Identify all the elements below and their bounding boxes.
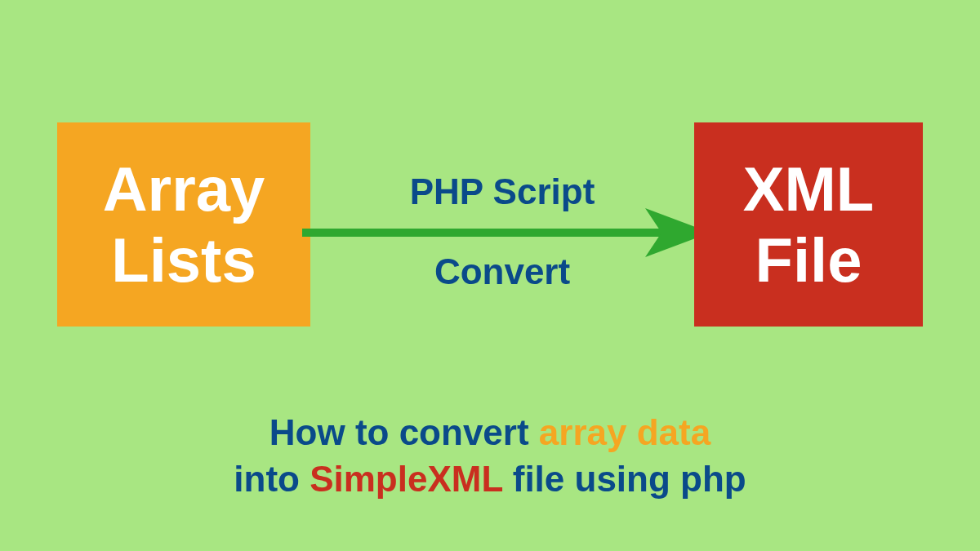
caption-part3: into	[234, 459, 310, 499]
diagram-container: Array Lists PHP Script Convert XML File …	[0, 0, 980, 551]
caption-part1: How to convert	[270, 412, 539, 452]
caption-part4: SimpleXML	[310, 459, 502, 499]
arrow-section: PHP Script Convert	[310, 122, 694, 327]
caption: How to convert array data into SimpleXML…	[0, 409, 980, 502]
target-box: XML File	[694, 122, 923, 327]
caption-line1: How to convert array data	[0, 409, 980, 455]
source-box: Array Lists	[57, 122, 310, 327]
source-box-line1: Array	[103, 153, 265, 224]
arrow-label-bottom: Convert	[434, 251, 570, 292]
target-box-line2: File	[755, 224, 862, 295]
caption-part5: file using php	[503, 459, 746, 499]
caption-part2: array data	[539, 412, 710, 452]
target-box-line1: XML	[743, 153, 874, 224]
source-box-line2: Lists	[111, 224, 256, 295]
caption-line2: into SimpleXML file using php	[0, 455, 980, 502]
